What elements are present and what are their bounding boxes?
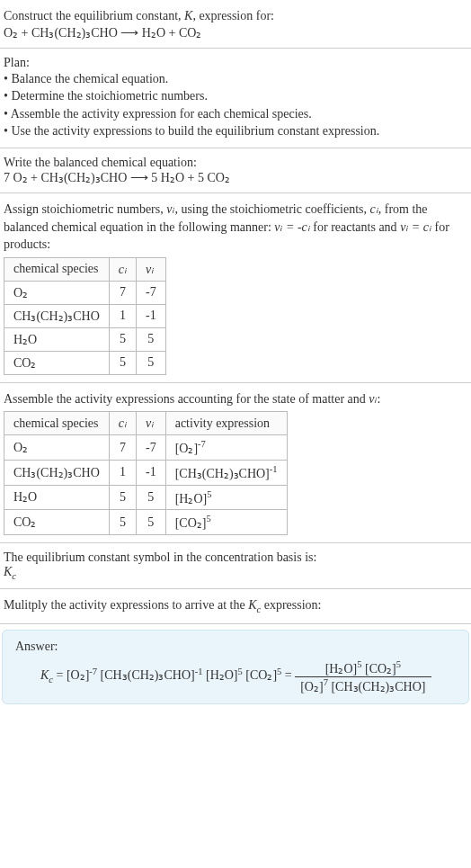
cell-species: CO₂ <box>4 351 110 374</box>
term4-base: [CO₂] <box>245 669 277 683</box>
plan-item: • Assemble the activity expression for e… <box>4 105 467 123</box>
table-row: CO₂ 5 5 [CO₂]5 <box>4 510 288 535</box>
cell-nui: -7 <box>137 435 166 461</box>
fraction: [H₂O]5 [CO₂]5 [O₂]7 [CH₃(CH₂)₃CHO] <box>295 659 431 694</box>
cell-nui: -7 <box>137 281 166 304</box>
th-species: chemical species <box>4 257 110 281</box>
expr-base: [H₂O] <box>175 491 208 505</box>
k-symbol: K <box>184 9 192 22</box>
cell-expr: [H₂O]5 <box>165 485 287 510</box>
plan-section: Plan: • Balance the chemical equation. •… <box>0 49 471 148</box>
plan-item: • Balance the chemical equation. <box>4 70 467 88</box>
cell-nui: 5 <box>137 351 166 374</box>
num2-exp: 5 <box>396 659 401 669</box>
cell-ci: 5 <box>109 510 136 535</box>
equals2: = <box>281 669 295 683</box>
cell-nui: -1 <box>137 461 166 486</box>
table-row: CH₃(CH₂)₃CHO 1 -1 <box>4 304 166 327</box>
term3-base: [H₂O] <box>206 669 238 683</box>
assign-prefix: Assign stoichiometric numbers, <box>4 202 166 216</box>
den1-base: [O₂] <box>300 680 323 694</box>
table-row: chemical species cᵢ νᵢ activity expressi… <box>4 412 288 435</box>
cell-species: H₂O <box>4 327 110 351</box>
num1-exp: 5 <box>357 659 361 669</box>
th-nui: νᵢ <box>137 257 166 281</box>
term2-base: [CH₃(CH₂)₃CHO] <box>101 669 195 683</box>
cell-nui: -1 <box>137 304 166 327</box>
symbol-section: The equilibrium constant symbol in the c… <box>0 543 471 589</box>
cell-species: O₂ <box>4 281 110 304</box>
denominator: [O₂]7 [CH₃(CH₂)₃CHO] <box>295 677 431 694</box>
intro-line1: Construct the equilibrium constant, K, e… <box>4 7 467 25</box>
assign-mid3: for reactants and <box>310 220 400 234</box>
cell-expr: [O₂]-7 <box>165 435 287 461</box>
th-species: chemical species <box>4 412 110 435</box>
balanced-equation: 7 O₂ + CH₃(CH₂)₃CHO ⟶ 5 H₂O + 5 CO₂ <box>4 170 467 185</box>
numerator: [H₂O]5 [CO₂]5 <box>295 659 431 677</box>
plan-item: • Determine the stoichiometric numbers. <box>4 87 467 105</box>
equals: = <box>53 669 67 683</box>
cell-ci: 5 <box>109 327 136 351</box>
cell-nui: 5 <box>137 510 166 535</box>
activity-table: chemical species cᵢ νᵢ activity expressi… <box>4 411 288 535</box>
expr-base: [O₂] <box>175 442 198 455</box>
kc-symbol: Kc <box>4 565 467 581</box>
k: K <box>4 565 12 578</box>
cell-species: O₂ <box>4 435 110 461</box>
activity-prefix: Assemble the activity expressions accoun… <box>4 392 369 406</box>
expr-base: [CH₃(CH₂)₃CHO] <box>175 467 270 480</box>
plan-title: Plan: <box>4 56 467 70</box>
table-row: O₂ 7 -7 [O₂]-7 <box>4 435 288 461</box>
intro-section: Construct the equilibrium constant, K, e… <box>0 0 471 49</box>
th-ci: cᵢ <box>109 412 136 435</box>
plan-item: • Use the activity expressions to build … <box>4 122 467 140</box>
num2-base: [CO₂] <box>365 662 396 676</box>
term2-exp: -1 <box>195 667 203 676</box>
term3-exp: 5 <box>238 667 243 676</box>
cell-nui: 5 <box>137 485 166 510</box>
cell-expr: [CO₂]5 <box>165 510 287 535</box>
c-sub: c <box>12 571 16 581</box>
th-expr: activity expression <box>165 412 287 435</box>
table-row: CO₂ 5 5 <box>4 351 166 374</box>
den2-base: [CH₃(CH₂)₃CHO] <box>331 680 425 694</box>
cell-ci: 5 <box>109 351 136 374</box>
cell-species: CO₂ <box>4 510 110 535</box>
balanced-title: Write the balanced chemical equation: <box>4 156 467 170</box>
expr-exp: -7 <box>198 439 206 449</box>
cell-nui: 5 <box>137 327 166 351</box>
cell-species: CH₃(CH₂)₃CHO <box>4 304 110 327</box>
nu-i: νᵢ <box>369 392 377 406</box>
stoich-table: chemical species cᵢ νᵢ O₂ 7 -7 CH₃(CH₂)₃… <box>4 257 166 375</box>
term1-exp: -7 <box>89 667 97 676</box>
table-row: H₂O 5 5 [H₂O]5 <box>4 485 288 510</box>
k: K <box>40 669 49 683</box>
multiply-text: Mulitply the activity expressions to arr… <box>4 596 467 616</box>
cell-expr: [CH₃(CH₂)₃CHO]-1 <box>165 461 287 486</box>
table-row: H₂O 5 5 <box>4 327 166 351</box>
answer-equation: Kc = [O₂]-7 [CH₃(CH₂)₃CHO]-1 [H₂O]5 [CO₂… <box>15 659 456 694</box>
activity-text: Assemble the activity expressions accoun… <box>4 390 467 408</box>
table-row: chemical species cᵢ νᵢ <box>4 257 166 281</box>
answer-box: Answer: Kc = [O₂]-7 [CH₃(CH₂)₃CHO]-1 [H₂… <box>2 630 469 703</box>
table-row: O₂ 7 -7 <box>4 281 166 304</box>
activity-end: : <box>378 392 381 406</box>
num1-base: [H₂O] <box>325 662 358 676</box>
balanced-section: Write the balanced chemical equation: 7 … <box>0 148 471 193</box>
answer-label: Answer: <box>15 640 456 654</box>
cell-ci: 1 <box>109 304 136 327</box>
term1-base: [O₂] <box>67 669 89 683</box>
assign-mid1: , using the stoichiometric coefficients, <box>174 202 369 216</box>
c-i: cᵢ <box>370 202 378 216</box>
cell-ci: 7 <box>109 435 136 461</box>
intro-suffix: , expression for: <box>192 9 274 22</box>
th-nui: νᵢ <box>137 412 166 435</box>
intro-prefix: Construct the equilibrium constant, <box>4 9 184 22</box>
assign-eq2: νᵢ = cᵢ <box>400 220 431 234</box>
cell-ci: 1 <box>109 461 136 486</box>
activity-section: Assemble the activity expressions accoun… <box>0 383 471 543</box>
th-ci: cᵢ <box>109 257 136 281</box>
expr-exp: 5 <box>206 514 210 523</box>
cell-ci: 7 <box>109 281 136 304</box>
cell-species: H₂O <box>4 485 110 510</box>
